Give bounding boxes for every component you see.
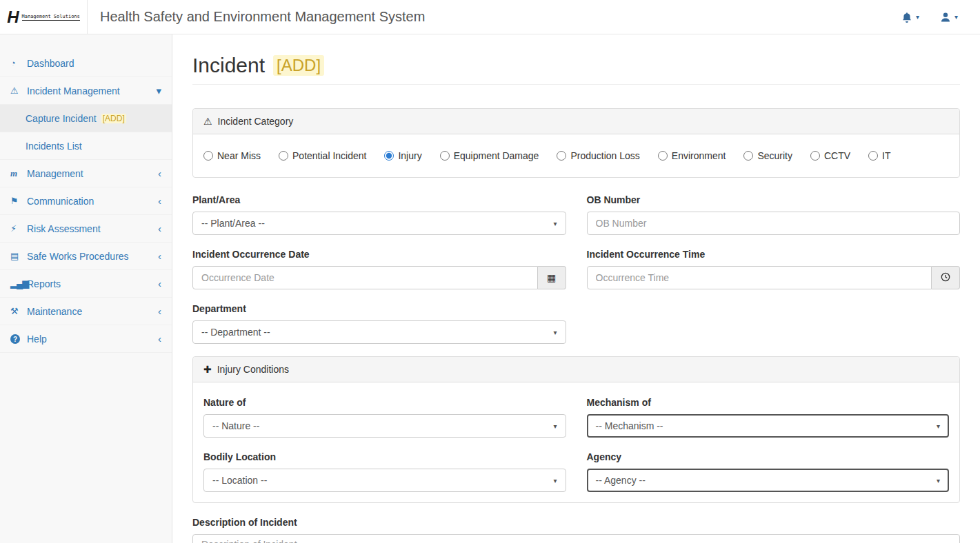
radio-input-potential-incident[interactable] xyxy=(279,151,288,161)
radio-input-environment[interactable] xyxy=(658,151,668,161)
radio-environment[interactable]: Environment xyxy=(658,150,726,161)
bodily-location-select[interactable]: -- Location -- ▾ xyxy=(203,469,566,492)
form-row-2: Incident Occurrence Date ▦ Incident Occu… xyxy=(192,249,960,289)
ob-number-input[interactable] xyxy=(587,212,961,235)
sidebar-item-reports[interactable]: ▂▄▆ Reports ‹ xyxy=(0,270,172,298)
sidebar-item-dashboard[interactable]: ◔ Dashboard xyxy=(0,50,172,77)
page-title: Incident xyxy=(192,54,265,77)
app-logo[interactable]: H Management Solutions xyxy=(0,0,88,34)
mechanism-select[interactable]: -- Mechanism -- ▾ xyxy=(587,414,950,438)
warning-icon: ⚠ xyxy=(203,116,212,127)
sidebar-item-communication[interactable]: ⚑ Communication ‹ xyxy=(0,187,172,215)
time-picker-button[interactable] xyxy=(932,266,960,289)
page-header: Incident [ADD] xyxy=(192,54,960,85)
bar-chart-icon: ▂▄▆ xyxy=(10,278,27,289)
bullhorn-icon: ⚑ xyxy=(10,196,27,206)
chevron-down-icon: ▾ xyxy=(937,422,940,430)
radio-input-equipment-damage[interactable] xyxy=(440,151,450,161)
agency-select[interactable]: -- Agency -- ▾ xyxy=(587,469,950,492)
sidebar-item-label: Help xyxy=(27,334,47,345)
calendar-icon: ▦ xyxy=(547,272,556,283)
mechanism-label: Mechanism of xyxy=(587,397,950,408)
chevron-left-icon: ‹ xyxy=(158,280,161,287)
radio-security[interactable]: Security xyxy=(743,150,792,161)
warning-icon: ⚠ xyxy=(10,85,27,96)
chevron-down-icon: ▾ xyxy=(954,13,958,21)
nature-select[interactable]: -- Nature -- ▾ xyxy=(203,414,566,438)
injury-conditions-panel: ✚ Injury Conditions Nature of -- Nature … xyxy=(192,356,960,503)
sidebar-item-label: Management xyxy=(27,168,83,179)
plant-area-label: Plant/Area xyxy=(192,194,566,205)
radio-near-miss[interactable]: Near Miss xyxy=(203,150,261,161)
radio-cctv[interactable]: CCTV xyxy=(810,150,850,161)
description-textarea[interactable] xyxy=(192,534,960,543)
sidebar-item-safe-works-procedures[interactable]: ▤ Safe Works Procedures ‹ xyxy=(0,243,172,270)
procedures-icon: ▤ xyxy=(10,251,27,261)
sidebar-item-incident-management[interactable]: ⚠ Incident Management ▾ xyxy=(0,77,172,105)
description-label: Description of Incident xyxy=(192,517,960,528)
user-icon xyxy=(940,12,951,23)
radio-potential-incident[interactable]: Potential Incident xyxy=(279,150,366,161)
radio-it[interactable]: IT xyxy=(868,150,890,161)
topbar: H Management Solutions Health Safety and… xyxy=(0,0,980,34)
radio-input-cctv[interactable] xyxy=(810,151,820,161)
sidebar-item-label: Safe Works Procedures xyxy=(27,251,129,262)
plant-area-select[interactable]: -- Plant/Area -- ▾ xyxy=(192,212,566,235)
main-content: Incident [ADD] ⚠ Incident Category Near … xyxy=(172,34,980,543)
incident-category-panel: ⚠ Incident Category Near Miss Potential … xyxy=(192,108,960,178)
occurrence-date-input[interactable] xyxy=(192,266,538,289)
calendar-picker-button[interactable]: ▦ xyxy=(538,266,566,289)
select-value: -- Mechanism -- xyxy=(596,420,663,431)
radio-input-injury[interactable] xyxy=(384,151,394,161)
help-icon: ? xyxy=(10,334,20,344)
add-mode-badge: [ADD] xyxy=(273,55,324,76)
dashboard-icon: ◔ xyxy=(10,58,27,68)
chevron-down-icon: ▾ xyxy=(553,329,557,336)
sidebar-item-capture-incident[interactable]: Capture Incident [ADD] xyxy=(0,105,172,132)
sidebar-item-help[interactable]: ? Help ‹ xyxy=(0,325,172,353)
department-label: Department xyxy=(192,303,566,314)
sidebar-item-label: Communication xyxy=(27,196,94,207)
select-value: -- Plant/Area -- xyxy=(201,218,265,229)
radio-input-production-loss[interactable] xyxy=(557,151,566,161)
sidebar-item-label: Incidents List xyxy=(26,141,82,152)
sidebar-item-maintenance[interactable]: ⚒ Maintenance ‹ xyxy=(0,298,172,325)
sidebar-item-management[interactable]: m Management ‹ xyxy=(0,160,172,187)
sidebar-item-risk-assessment[interactable]: ⚡ Risk Assessment ‹ xyxy=(0,215,172,243)
radio-injury[interactable]: Injury xyxy=(384,150,421,161)
select-value: -- Agency -- xyxy=(596,475,646,486)
injury-conditions-body: Nature of -- Nature -- ▾ Mechanism of --… xyxy=(193,382,959,502)
radio-equipment-damage[interactable]: Equipment Damage xyxy=(440,150,539,161)
form-row-3: Department -- Department -- ▾ xyxy=(192,303,960,344)
incident-category-radios: Near Miss Potential Incident Injury Equi… xyxy=(203,145,949,167)
chevron-left-icon: ‹ xyxy=(158,225,161,232)
radio-production-loss[interactable]: Production Loss xyxy=(557,150,639,161)
select-value: -- Location -- xyxy=(212,475,267,486)
chevron-down-icon: ▾ xyxy=(937,477,940,484)
radio-input-near-miss[interactable] xyxy=(203,151,213,161)
chevron-left-icon: ‹ xyxy=(158,308,161,315)
description-section: Description of Incident xyxy=(192,517,960,543)
occurrence-time-input[interactable] xyxy=(587,266,932,289)
app-title: Health Safety and Environment Management… xyxy=(100,9,425,25)
logo-subtitle: Management Solutions xyxy=(22,14,80,21)
incident-category-body: Near Miss Potential Incident Injury Equi… xyxy=(193,134,959,177)
panel-heading-label: Injury Conditions xyxy=(217,364,289,375)
injury-row-1: Nature of -- Nature -- ▾ Mechanism of --… xyxy=(203,397,949,438)
clock-icon xyxy=(941,272,950,284)
select-value: -- Department -- xyxy=(201,327,270,338)
chevron-left-icon: ‹ xyxy=(158,336,161,342)
notifications-menu[interactable]: ▾ xyxy=(901,12,919,23)
logo-h-mark: H xyxy=(7,8,19,27)
department-select[interactable]: -- Department -- ▾ xyxy=(192,320,566,344)
sidebar-item-incidents-list[interactable]: Incidents List xyxy=(0,132,172,160)
injury-conditions-heading: ✚ Injury Conditions xyxy=(193,357,959,382)
topbar-actions: ▾ ▾ xyxy=(901,12,980,23)
radio-input-security[interactable] xyxy=(743,151,753,161)
user-menu[interactable]: ▾ xyxy=(940,12,958,23)
chevron-left-icon: ‹ xyxy=(158,198,161,205)
chevron-down-icon: ▾ xyxy=(553,477,557,484)
radio-input-it[interactable] xyxy=(868,151,878,161)
sidebar-item-label: Reports xyxy=(27,278,61,289)
sidebar-item-label: Incident Management xyxy=(27,85,120,96)
